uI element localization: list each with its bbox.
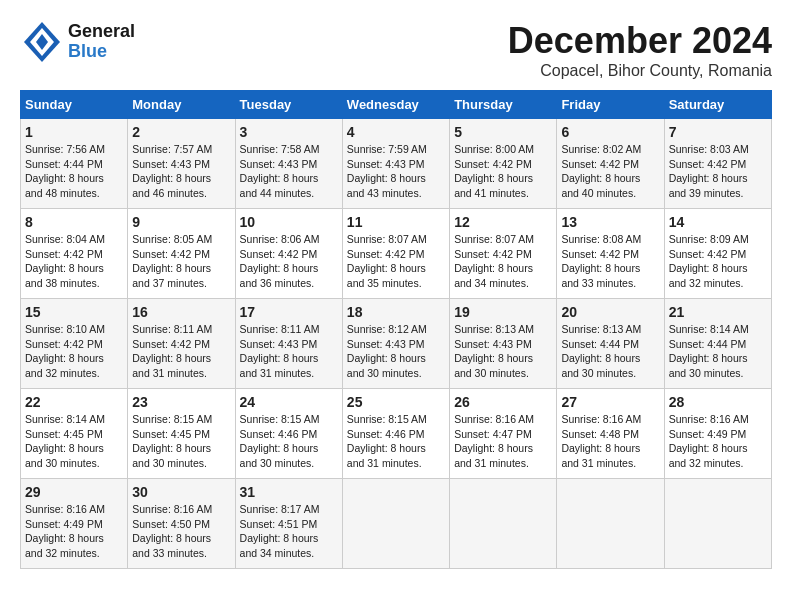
- day-info: Sunrise: 8:07 AM Sunset: 4:42 PM Dayligh…: [454, 232, 552, 291]
- col-sunday: Sunday: [21, 91, 128, 119]
- day-info: Sunrise: 7:57 AM Sunset: 4:43 PM Dayligh…: [132, 142, 230, 201]
- logo-text-block: General Blue: [68, 22, 135, 62]
- logo: General Blue: [20, 20, 135, 64]
- day-info: Sunrise: 8:11 AM Sunset: 4:42 PM Dayligh…: [132, 322, 230, 381]
- day-number: 2: [132, 124, 230, 140]
- logo-general: General: [68, 22, 135, 42]
- day-info: Sunrise: 8:16 AM Sunset: 4:47 PM Dayligh…: [454, 412, 552, 471]
- day-number: 20: [561, 304, 659, 320]
- day-number: 25: [347, 394, 445, 410]
- day-info: Sunrise: 8:14 AM Sunset: 4:45 PM Dayligh…: [25, 412, 123, 471]
- calendar-cell: 13Sunrise: 8:08 AM Sunset: 4:42 PM Dayli…: [557, 209, 664, 299]
- calendar-cell: 27Sunrise: 8:16 AM Sunset: 4:48 PM Dayli…: [557, 389, 664, 479]
- day-number: 11: [347, 214, 445, 230]
- day-info: Sunrise: 8:17 AM Sunset: 4:51 PM Dayligh…: [240, 502, 338, 561]
- calendar-week-row: 22Sunrise: 8:14 AM Sunset: 4:45 PM Dayli…: [21, 389, 772, 479]
- calendar-cell: 5Sunrise: 8:00 AM Sunset: 4:42 PM Daylig…: [450, 119, 557, 209]
- calendar-cell: [664, 479, 771, 569]
- calendar-cell: 11Sunrise: 8:07 AM Sunset: 4:42 PM Dayli…: [342, 209, 449, 299]
- col-tuesday: Tuesday: [235, 91, 342, 119]
- calendar-cell: 17Sunrise: 8:11 AM Sunset: 4:43 PM Dayli…: [235, 299, 342, 389]
- col-wednesday: Wednesday: [342, 91, 449, 119]
- calendar-cell: 21Sunrise: 8:14 AM Sunset: 4:44 PM Dayli…: [664, 299, 771, 389]
- day-info: Sunrise: 8:16 AM Sunset: 4:48 PM Dayligh…: [561, 412, 659, 471]
- calendar-cell: 4Sunrise: 7:59 AM Sunset: 4:43 PM Daylig…: [342, 119, 449, 209]
- calendar-cell: 30Sunrise: 8:16 AM Sunset: 4:50 PM Dayli…: [128, 479, 235, 569]
- calendar-cell: 25Sunrise: 8:15 AM Sunset: 4:46 PM Dayli…: [342, 389, 449, 479]
- day-number: 30: [132, 484, 230, 500]
- calendar-cell: 15Sunrise: 8:10 AM Sunset: 4:42 PM Dayli…: [21, 299, 128, 389]
- calendar-cell: 2Sunrise: 7:57 AM Sunset: 4:43 PM Daylig…: [128, 119, 235, 209]
- calendar-cell: 6Sunrise: 8:02 AM Sunset: 4:42 PM Daylig…: [557, 119, 664, 209]
- day-info: Sunrise: 8:05 AM Sunset: 4:42 PM Dayligh…: [132, 232, 230, 291]
- day-number: 7: [669, 124, 767, 140]
- day-info: Sunrise: 8:15 AM Sunset: 4:45 PM Dayligh…: [132, 412, 230, 471]
- day-info: Sunrise: 8:00 AM Sunset: 4:42 PM Dayligh…: [454, 142, 552, 201]
- col-saturday: Saturday: [664, 91, 771, 119]
- day-info: Sunrise: 8:02 AM Sunset: 4:42 PM Dayligh…: [561, 142, 659, 201]
- calendar-cell: [450, 479, 557, 569]
- calendar-cell: 31Sunrise: 8:17 AM Sunset: 4:51 PM Dayli…: [235, 479, 342, 569]
- day-info: Sunrise: 8:09 AM Sunset: 4:42 PM Dayligh…: [669, 232, 767, 291]
- day-number: 1: [25, 124, 123, 140]
- day-info: Sunrise: 8:07 AM Sunset: 4:42 PM Dayligh…: [347, 232, 445, 291]
- calendar-cell: 3Sunrise: 7:58 AM Sunset: 4:43 PM Daylig…: [235, 119, 342, 209]
- day-number: 26: [454, 394, 552, 410]
- day-number: 29: [25, 484, 123, 500]
- day-info: Sunrise: 8:14 AM Sunset: 4:44 PM Dayligh…: [669, 322, 767, 381]
- day-number: 13: [561, 214, 659, 230]
- calendar-cell: 19Sunrise: 8:13 AM Sunset: 4:43 PM Dayli…: [450, 299, 557, 389]
- calendar-week-row: 15Sunrise: 8:10 AM Sunset: 4:42 PM Dayli…: [21, 299, 772, 389]
- day-number: 19: [454, 304, 552, 320]
- subtitle: Copacel, Bihor County, Romania: [508, 62, 772, 80]
- col-friday: Friday: [557, 91, 664, 119]
- day-number: 5: [454, 124, 552, 140]
- calendar-cell: 23Sunrise: 8:15 AM Sunset: 4:45 PM Dayli…: [128, 389, 235, 479]
- day-info: Sunrise: 8:13 AM Sunset: 4:43 PM Dayligh…: [454, 322, 552, 381]
- day-number: 17: [240, 304, 338, 320]
- calendar-cell: 22Sunrise: 8:14 AM Sunset: 4:45 PM Dayli…: [21, 389, 128, 479]
- calendar-cell: [342, 479, 449, 569]
- col-thursday: Thursday: [450, 91, 557, 119]
- day-info: Sunrise: 8:03 AM Sunset: 4:42 PM Dayligh…: [669, 142, 767, 201]
- day-number: 22: [25, 394, 123, 410]
- calendar-week-row: 29Sunrise: 8:16 AM Sunset: 4:49 PM Dayli…: [21, 479, 772, 569]
- day-info: Sunrise: 8:13 AM Sunset: 4:44 PM Dayligh…: [561, 322, 659, 381]
- calendar-cell: 26Sunrise: 8:16 AM Sunset: 4:47 PM Dayli…: [450, 389, 557, 479]
- day-info: Sunrise: 8:16 AM Sunset: 4:49 PM Dayligh…: [669, 412, 767, 471]
- day-number: 14: [669, 214, 767, 230]
- calendar-cell: 18Sunrise: 8:12 AM Sunset: 4:43 PM Dayli…: [342, 299, 449, 389]
- day-number: 4: [347, 124, 445, 140]
- calendar-cell: 16Sunrise: 8:11 AM Sunset: 4:42 PM Dayli…: [128, 299, 235, 389]
- day-number: 28: [669, 394, 767, 410]
- header-row: Sunday Monday Tuesday Wednesday Thursday…: [21, 91, 772, 119]
- calendar-cell: 7Sunrise: 8:03 AM Sunset: 4:42 PM Daylig…: [664, 119, 771, 209]
- day-number: 8: [25, 214, 123, 230]
- calendar-cell: 8Sunrise: 8:04 AM Sunset: 4:42 PM Daylig…: [21, 209, 128, 299]
- day-info: Sunrise: 8:16 AM Sunset: 4:49 PM Dayligh…: [25, 502, 123, 561]
- day-info: Sunrise: 8:06 AM Sunset: 4:42 PM Dayligh…: [240, 232, 338, 291]
- day-info: Sunrise: 8:12 AM Sunset: 4:43 PM Dayligh…: [347, 322, 445, 381]
- title-area: December 2024 Copacel, Bihor County, Rom…: [508, 20, 772, 80]
- day-number: 3: [240, 124, 338, 140]
- day-number: 10: [240, 214, 338, 230]
- logo-blue-text: Blue: [68, 42, 135, 62]
- calendar-header: Sunday Monday Tuesday Wednesday Thursday…: [21, 91, 772, 119]
- calendar-cell: 24Sunrise: 8:15 AM Sunset: 4:46 PM Dayli…: [235, 389, 342, 479]
- calendar-cell: 20Sunrise: 8:13 AM Sunset: 4:44 PM Dayli…: [557, 299, 664, 389]
- day-number: 21: [669, 304, 767, 320]
- day-info: Sunrise: 8:10 AM Sunset: 4:42 PM Dayligh…: [25, 322, 123, 381]
- calendar-cell: [557, 479, 664, 569]
- day-number: 31: [240, 484, 338, 500]
- day-info: Sunrise: 7:59 AM Sunset: 4:43 PM Dayligh…: [347, 142, 445, 201]
- day-number: 15: [25, 304, 123, 320]
- day-info: Sunrise: 8:15 AM Sunset: 4:46 PM Dayligh…: [240, 412, 338, 471]
- calendar-cell: 29Sunrise: 8:16 AM Sunset: 4:49 PM Dayli…: [21, 479, 128, 569]
- day-number: 9: [132, 214, 230, 230]
- day-number: 27: [561, 394, 659, 410]
- day-number: 23: [132, 394, 230, 410]
- day-info: Sunrise: 8:08 AM Sunset: 4:42 PM Dayligh…: [561, 232, 659, 291]
- calendar-cell: 14Sunrise: 8:09 AM Sunset: 4:42 PM Dayli…: [664, 209, 771, 299]
- day-number: 6: [561, 124, 659, 140]
- header: General Blue December 2024 Copacel, Biho…: [20, 20, 772, 80]
